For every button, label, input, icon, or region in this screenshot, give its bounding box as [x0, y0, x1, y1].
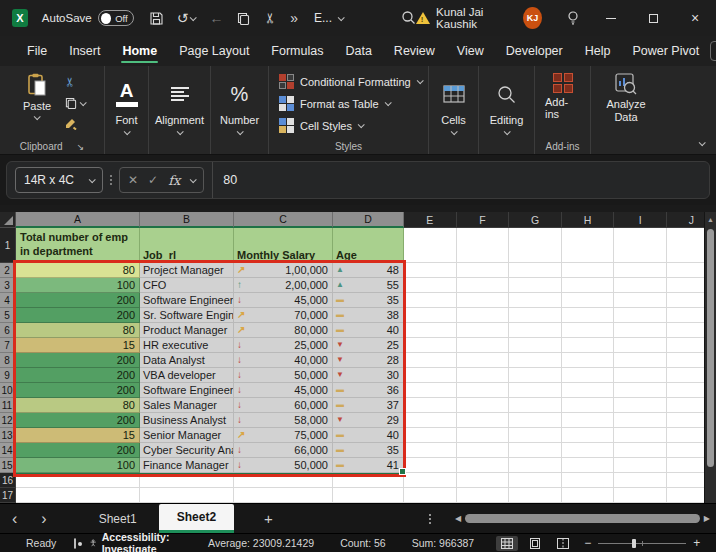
cell-empty[interactable] [562, 443, 615, 458]
cell-count[interactable]: 200 [16, 293, 140, 308]
cell-age[interactable]: ▼ 29 [333, 413, 404, 428]
row-header[interactable]: 16 [0, 473, 16, 488]
tab-page-layout[interactable]: Page Layout [168, 38, 260, 64]
tab-developer[interactable]: Developer [495, 38, 574, 64]
cell-age[interactable]: ▼ 30 [333, 368, 404, 383]
cell-empty[interactable] [404, 228, 457, 263]
status-count[interactable]: Count: 56 [340, 537, 386, 549]
sheet-tab-sheet2[interactable]: Sheet2 [159, 504, 234, 533]
cell-salary[interactable]: ↗ 75,000 [234, 428, 333, 443]
cell-empty[interactable] [404, 398, 457, 413]
cell-empty[interactable] [404, 413, 457, 428]
cell-count[interactable]: 15 [16, 338, 140, 353]
cell-count[interactable]: 200 [16, 353, 140, 368]
row-header[interactable]: 6 [0, 323, 16, 338]
cell-empty[interactable] [404, 428, 457, 443]
row-header[interactable]: 13 [0, 428, 16, 443]
cell-empty[interactable] [509, 443, 562, 458]
cell-empty[interactable] [457, 383, 510, 398]
number-group[interactable]: % Number [211, 66, 269, 154]
cell-salary[interactable]: ↗ 70,000 [234, 308, 333, 323]
cell-empty[interactable] [562, 383, 615, 398]
cell-empty[interactable] [457, 338, 510, 353]
cell-empty[interactable] [509, 458, 562, 473]
conditional-formatting-button[interactable]: Conditional Formatting [279, 74, 422, 89]
cell-age[interactable]: ▬ 35 [333, 443, 404, 458]
account-area[interactable]: ! Kunal Jai Kaushik KJ [416, 6, 542, 30]
cell-salary[interactable]: ↓ 45,000 [234, 383, 333, 398]
cell-empty[interactable] [457, 368, 510, 383]
cell-empty[interactable] [457, 353, 510, 368]
cell-empty[interactable] [457, 293, 510, 308]
cell-empty[interactable] [614, 293, 667, 308]
cell-count[interactable]: 15 [16, 428, 140, 443]
cell-empty[interactable] [404, 488, 457, 503]
cell-empty[interactable] [234, 488, 333, 503]
cell-a1[interactable]: Total number of emp in department [16, 228, 140, 263]
formula-bar-splitter[interactable] [110, 175, 112, 185]
cell-empty[interactable] [509, 368, 562, 383]
tab-review[interactable]: Review [383, 38, 446, 64]
accessibility-status[interactable]: Accessibility: Investigate [90, 531, 174, 552]
zoom-slider-thumb[interactable] [632, 539, 636, 548]
cell-salary[interactable]: ↓ 25,000 [234, 338, 333, 353]
cells-group[interactable]: Cells [429, 66, 479, 154]
cell-empty[interactable] [509, 293, 562, 308]
cell-job-role[interactable]: CFO [140, 278, 234, 293]
collapse-ribbon-icon[interactable] [699, 139, 706, 146]
cell-age[interactable]: ▲ 55 [333, 278, 404, 293]
column-header[interactable]: G [509, 212, 562, 228]
cell-empty[interactable] [457, 443, 510, 458]
font-group[interactable]: A Font [105, 66, 149, 154]
cell-empty[interactable] [562, 278, 615, 293]
cell-job-role[interactable]: Cyber Security Analyst [140, 443, 234, 458]
scroll-left-icon[interactable]: ◀ [455, 514, 461, 523]
scroll-right-icon[interactable]: ▶ [704, 514, 710, 523]
cell-salary[interactable]: ↓ 58,000 [234, 413, 333, 428]
cell-salary[interactable]: ↓ 50,000 [234, 368, 333, 383]
zoom-out-button[interactable]: − [584, 536, 591, 550]
cell-empty[interactable] [509, 353, 562, 368]
cell-empty[interactable] [404, 383, 457, 398]
paste-button[interactable]: Paste [17, 71, 57, 140]
cell-salary[interactable]: ↓ 40,000 [234, 353, 333, 368]
tab-help[interactable]: Help [574, 38, 622, 64]
scroll-up-icon[interactable]: ▲ [707, 212, 714, 226]
cell-age[interactable]: ▲ 48 [333, 263, 404, 278]
more-commands-button[interactable]: » [290, 11, 298, 25]
cell-empty[interactable] [562, 458, 615, 473]
cell-count[interactable]: 200 [16, 368, 140, 383]
column-header[interactable]: F [457, 212, 510, 228]
tab-file[interactable]: File [16, 38, 58, 64]
horizontal-scrollbar[interactable]: ◀ ▶ [455, 511, 710, 526]
autosave-toggle[interactable]: Off [98, 10, 134, 26]
cell-empty[interactable] [457, 458, 510, 473]
cell-count[interactable]: 200 [16, 413, 140, 428]
cell-empty[interactable] [562, 228, 615, 263]
cell-empty[interactable] [562, 293, 615, 308]
cell-empty[interactable] [404, 323, 457, 338]
cell-count[interactable]: 200 [16, 308, 140, 323]
cell-empty[interactable] [457, 308, 510, 323]
tab-view[interactable]: View [446, 38, 495, 64]
addins-button[interactable]: Add-ins [539, 71, 586, 140]
name-box[interactable]: 14R x 4C [15, 167, 103, 193]
cell-empty[interactable] [457, 228, 510, 263]
cell-job-role[interactable]: Project Manager [140, 263, 234, 278]
dialog-launcher-icon[interactable]: ↘ [77, 142, 85, 152]
cell-empty[interactable] [509, 398, 562, 413]
cell-empty[interactable] [562, 428, 615, 443]
select-all-corner[interactable] [0, 212, 16, 228]
cell-empty[interactable] [562, 263, 615, 278]
status-sum[interactable]: Sum: 966387 [412, 537, 474, 549]
sheet-options-icon[interactable] [429, 514, 431, 524]
cell-empty[interactable] [509, 263, 562, 278]
cell-age[interactable]: ▬ 36 [333, 383, 404, 398]
page-layout-view-button[interactable] [524, 536, 546, 551]
cell-empty[interactable] [404, 278, 457, 293]
cell-empty[interactable] [614, 443, 667, 458]
cell-empty[interactable] [562, 353, 615, 368]
cell-empty[interactable] [457, 413, 510, 428]
cell-empty[interactable] [509, 338, 562, 353]
cell-job-role[interactable]: Sr. Software Engineer [140, 308, 234, 323]
